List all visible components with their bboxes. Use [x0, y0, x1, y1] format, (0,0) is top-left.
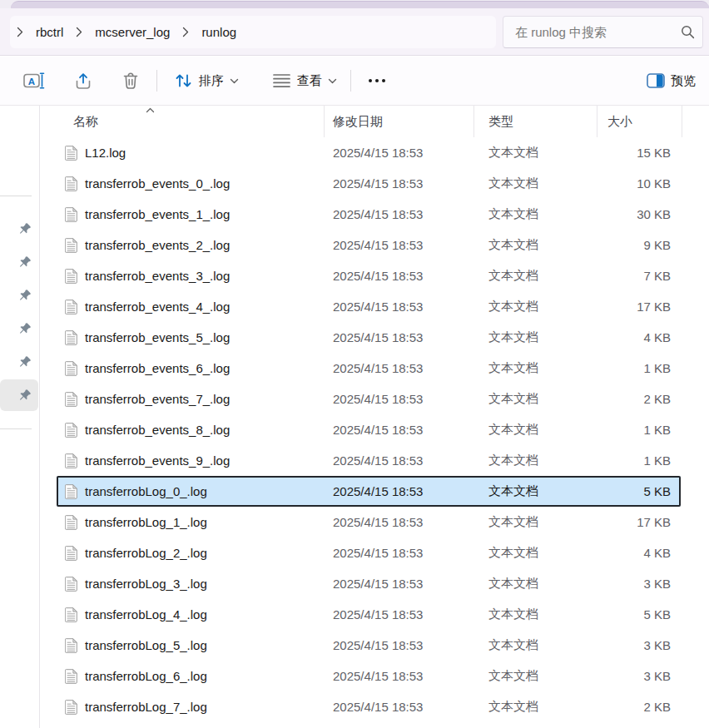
tab-strip	[0, 0, 709, 8]
delete-button[interactable]	[113, 65, 148, 97]
search-icon[interactable]	[681, 25, 695, 39]
file-name: transferrob_events_3_.log	[85, 269, 230, 283]
file-row[interactable]: transferrob_events_3_.log 2025/4/15 18:5…	[57, 260, 681, 291]
text-document-icon	[65, 330, 77, 345]
file-name: transferrobLog_0_.log	[85, 484, 207, 498]
file-name-cell: transferrob_events_8_.log	[57, 423, 325, 438]
view-icon	[272, 72, 291, 89]
text-document-icon	[65, 453, 77, 468]
file-type-cell: 文本文档	[474, 237, 597, 253]
window-tab[interactable]	[11, 1, 709, 8]
pinned-item[interactable]	[0, 346, 38, 378]
breadcrumb-item[interactable]: rbctrl	[29, 22, 70, 42]
more-button[interactable]	[359, 65, 394, 97]
column-header-size[interactable]: 大小	[597, 106, 682, 137]
preview-button-label: 预览	[671, 73, 696, 89]
file-name: transferrob_events_9_.log	[85, 453, 230, 468]
file-row[interactable]: transferrobLog_4_.log 2025/4/15 18:53 文本…	[57, 599, 681, 630]
file-row[interactable]: transferrobLog_0_.log 2025/4/15 18:53 文本…	[57, 476, 681, 507]
file-name-cell: transferrob_events_9_.log	[57, 453, 325, 468]
text-document-icon	[65, 515, 77, 530]
file-date-cell: 2025/4/15 18:53	[325, 392, 474, 406]
file-name: transferrobLog_2_.log	[85, 546, 207, 560]
column-header-type[interactable]: 类型	[474, 106, 597, 137]
file-row[interactable]: L12.log 2025/4/15 18:53 文本文档 15 KB	[57, 137, 681, 168]
preview-pane-icon	[647, 73, 665, 88]
file-explorer-window: rbctrl mcserver_log runlog A	[0, 0, 709, 728]
pinned-item[interactable]	[0, 313, 38, 344]
file-name-cell: transferrobLog_4_.log	[57, 607, 325, 622]
file-rows: L12.log 2025/4/15 18:53 文本文档 15 KB	[57, 137, 681, 722]
file-row[interactable]: transferrob_events_4_.log 2025/4/15 18:5…	[57, 291, 681, 322]
file-size-cell: 4 KB	[597, 330, 671, 344]
breadcrumb-item[interactable]: runlog	[195, 22, 243, 42]
text-document-icon	[65, 638, 77, 653]
file-name-cell: transferrob_events_3_.log	[57, 269, 325, 284]
file-row[interactable]: transferrobLog_2_.log 2025/4/15 18:53 文本…	[57, 537, 681, 568]
sort-button-label: 排序	[199, 73, 224, 89]
file-size-cell: 1 KB	[597, 361, 671, 375]
text-document-icon	[65, 546, 77, 561]
column-header-date[interactable]: 修改日期	[325, 106, 474, 137]
file-name-cell: transferrob_events_5_.log	[57, 330, 325, 345]
breadcrumb-item[interactable]: mcserver_log	[88, 22, 176, 42]
file-type-cell: 文本文档	[474, 668, 597, 684]
file-row[interactable]: transferrob_events_9_.log 2025/4/15 18:5…	[57, 445, 681, 476]
file-type-cell: 文本文档	[474, 145, 597, 161]
text-document-icon	[65, 423, 77, 438]
breadcrumb-chevron-icon	[17, 27, 23, 37]
text-document-icon	[65, 207, 77, 222]
file-name: transferrob_events_2_.log	[85, 238, 230, 252]
pinned-item[interactable]	[0, 280, 38, 311]
file-row[interactable]: transferrob_events_6_.log 2025/4/15 18:5…	[57, 353, 681, 384]
text-document-icon	[65, 607, 77, 622]
column-header-name[interactable]: 名称	[57, 106, 325, 137]
file-row[interactable]: transferrobLog_7_.log 2025/4/15 18:53 文本…	[57, 691, 681, 722]
file-row[interactable]: transferrob_events_8_.log 2025/4/15 18:5…	[57, 414, 681, 445]
search-input[interactable]	[515, 25, 681, 39]
pinned-item[interactable]	[0, 379, 38, 411]
text-document-icon	[65, 700, 77, 715]
search-box[interactable]	[503, 16, 703, 48]
file-size-cell: 7 KB	[597, 269, 671, 283]
file-row[interactable]: transferrobLog_1_.log 2025/4/15 18:53 文本…	[57, 507, 681, 537]
file-row[interactable]: transferrobLog_6_.log 2025/4/15 18:53 文本…	[57, 661, 681, 691]
file-row[interactable]: transferrob_events_2_.log 2025/4/15 18:5…	[57, 230, 681, 260]
file-date-cell: 2025/4/15 18:53	[325, 453, 474, 468]
share-icon	[73, 72, 93, 90]
sidebar-divider	[0, 428, 32, 429]
pinned-item[interactable]	[0, 246, 38, 278]
file-row[interactable]: transferrob_events_7_.log 2025/4/15 18:5…	[57, 384, 681, 414]
file-row[interactable]: transferrob_events_0_.log 2025/4/15 18:5…	[57, 168, 681, 199]
preview-button[interactable]: 预览	[638, 65, 704, 97]
rename-button[interactable]: A	[15, 65, 53, 97]
file-date-cell: 2025/4/15 18:53	[325, 423, 474, 437]
file-row[interactable]: transferrobLog_3_.log 2025/4/15 18:53 文本…	[57, 568, 681, 599]
file-name-cell: transferrob_events_2_.log	[57, 238, 325, 253]
file-date-cell: 2025/4/15 18:53	[325, 700, 474, 714]
file-row[interactable]: transferrobLog_5_.log 2025/4/15 18:53 文本…	[57, 630, 681, 661]
chevron-down-icon	[230, 78, 239, 84]
file-size-cell: 4 KB	[597, 546, 671, 560]
share-button[interactable]	[65, 65, 102, 97]
file-size-cell: 10 KB	[597, 176, 671, 191]
pushpin-icon	[17, 222, 32, 236]
text-document-icon	[65, 392, 77, 407]
navigation-pane	[0, 106, 40, 728]
file-size-cell: 2 KB	[597, 392, 671, 406]
file-size-cell: 15 KB	[597, 146, 671, 160]
file-date-cell: 2025/4/15 18:53	[325, 146, 474, 160]
sort-button[interactable]: 排序	[166, 65, 247, 97]
file-size-cell: 3 KB	[597, 669, 671, 683]
file-row[interactable]: transferrob_events_1_.log 2025/4/15 18:5…	[57, 199, 681, 230]
view-button-label: 查看	[297, 73, 322, 89]
pinned-item[interactable]	[0, 213, 38, 245]
file-size-cell: 1 KB	[597, 453, 671, 468]
view-button[interactable]: 查看	[264, 65, 345, 97]
sidebar-divider	[0, 196, 32, 196]
file-date-cell: 2025/4/15 18:53	[325, 607, 474, 622]
file-size-cell: 5 KB	[597, 484, 671, 498]
file-size-cell: 17 KB	[597, 300, 671, 314]
file-name-cell: transferrobLog_5_.log	[57, 638, 325, 653]
file-row[interactable]: transferrob_events_5_.log 2025/4/15 18:5…	[57, 322, 681, 353]
